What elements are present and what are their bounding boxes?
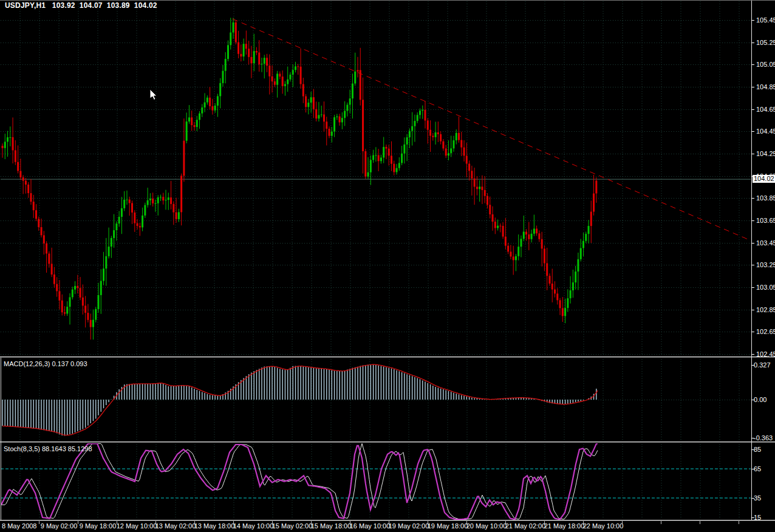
price-tick-label: 102.65 <box>756 328 775 336</box>
price-tick-label: 105.25 <box>756 39 775 47</box>
time-tick-label: 13 May 18:00 <box>194 522 235 530</box>
price-tick-label: 103.25 <box>756 261 775 269</box>
window-top-border <box>0 0 775 1</box>
chart-window: USDJPY,H1 103.92 104.07 103.89 104.02 MA… <box>0 0 775 532</box>
ohlc-open: 103.92 <box>52 1 75 10</box>
price-tick-label: 104.85 <box>756 83 775 91</box>
price-tick-label: 102.85 <box>756 306 775 314</box>
price-tick-label: 105.45 <box>756 16 775 24</box>
stoch-tick-label: 85 <box>754 446 761 454</box>
price-tick-label: 104.45 <box>756 128 775 135</box>
current-price-badge: 104.02 <box>753 175 775 183</box>
chart-canvas[interactable] <box>0 0 775 532</box>
time-tick-label: 19 May 18:00 <box>428 522 468 530</box>
ohlc-low: 103.89 <box>107 1 130 10</box>
price-tick-label: 104.65 <box>756 106 775 114</box>
panel-separator-shadow <box>0 442 775 443</box>
panel-separator <box>0 356 775 357</box>
price-tick-label: 102.45 <box>756 350 775 358</box>
price-tick-label: 104.25 <box>756 150 775 158</box>
time-tick-label: 21 May 18:00 <box>544 522 585 530</box>
macd-tick-label: -0.363 <box>754 434 773 442</box>
time-tick-label: 14 May 10:00 <box>233 522 274 530</box>
time-tick-label: 8 May 2008 <box>2 522 36 530</box>
time-tick-label: 22 May 10:00 <box>583 522 624 530</box>
time-tick-label: 20 May 10:00 <box>466 522 507 530</box>
price-tick-label: 103.65 <box>756 217 775 225</box>
time-tick-label: 13 May 02:00 <box>155 522 196 530</box>
time-tick-label: 19 May 02:00 <box>389 522 429 530</box>
mouse-cursor-icon <box>150 89 160 103</box>
ohlc-close: 104.02 <box>134 1 157 10</box>
stoch-d-line <box>1 443 598 519</box>
main-chart-panel <box>1 18 751 339</box>
time-tick-label: 16 May 10:00 <box>350 522 391 530</box>
chart-title: USDJPY,H1 103.92 104.07 103.89 104.02 <box>5 2 157 10</box>
time-tick-label: 9 May 18:00 <box>80 522 117 530</box>
stoch-tick-label: 15 <box>754 514 761 522</box>
time-tick-label: 9 May 02:00 <box>41 522 78 530</box>
macd-tick-label: 0.327 <box>754 361 771 369</box>
stoch-indicator-label: Stoch(8,3,5) 88.1643 85.1298 <box>4 445 92 453</box>
macd-indicator-label: MACD(12,26,3) 0.137 0.093 <box>4 360 87 368</box>
ohlc-high: 104.07 <box>80 1 103 10</box>
time-tick-label: 15 May 18:00 <box>311 522 352 530</box>
candlestick-layer <box>2 18 598 339</box>
time-tick-label: 12 May 10:00 <box>117 522 157 530</box>
time-tick-label: 21 May 02:00 <box>505 522 546 530</box>
descending-trendline <box>233 19 751 240</box>
price-tick-label: 105.05 <box>756 61 775 69</box>
panel-separator <box>0 520 775 520</box>
macd-tick-label: 0.00 <box>754 396 766 404</box>
time-tick-label: 15 May 02:00 <box>272 522 313 530</box>
stoch-panel <box>1 443 751 519</box>
stoch-tick-label: 65 <box>754 465 761 473</box>
price-tick-label: 103.85 <box>756 194 775 202</box>
price-tick-label: 103.05 <box>756 284 775 292</box>
stoch-tick-label: 35 <box>754 494 761 502</box>
panel-separator-shadow <box>0 520 775 521</box>
price-tick-label: 103.45 <box>756 239 775 247</box>
symbol-timeframe: USDJPY,H1 <box>5 1 46 10</box>
panel-separator-shadow <box>0 357 775 358</box>
panel-separator <box>0 442 775 442</box>
